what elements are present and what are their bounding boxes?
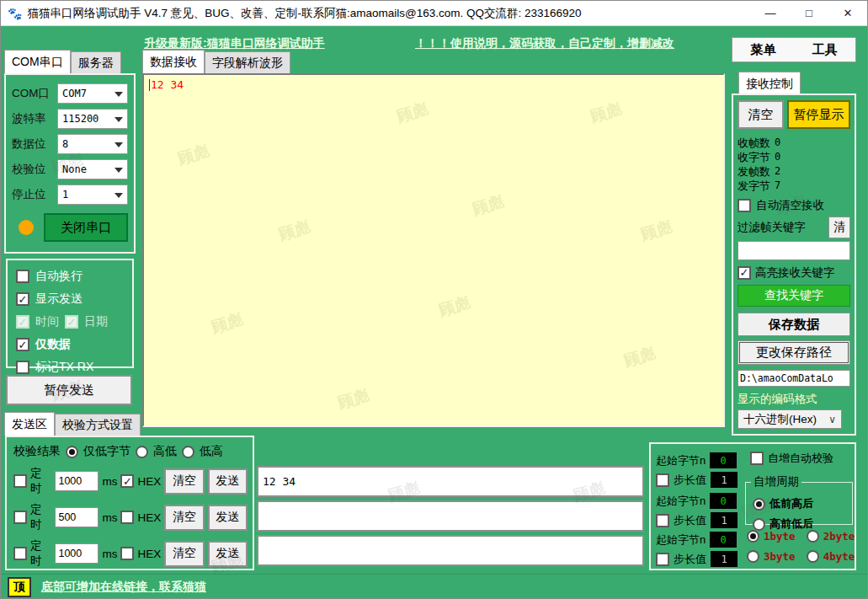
- time-checkbox[interactable]: [16, 315, 29, 329]
- timer2-checkbox[interactable]: [13, 511, 27, 524]
- step-value-2: 1: [711, 512, 738, 528]
- save-data-button[interactable]: 保存数据: [738, 313, 850, 336]
- find-keyword-button[interactable]: 查找关键字: [738, 285, 850, 307]
- parity-label: 校验位: [12, 162, 57, 177]
- pause-display-button[interactable]: 暂停显示: [787, 100, 850, 129]
- pause-send-button[interactable]: 暂停发送: [6, 375, 132, 405]
- send3-button[interactable]: 发送: [208, 541, 248, 567]
- help-link[interactable]: ！！！使用说明，源码获取，自己定制，增删减改: [415, 36, 674, 51]
- show-send-checkbox[interactable]: [16, 292, 29, 306]
- highlight-keyword-checkbox[interactable]: [738, 266, 751, 280]
- hex3-checkbox[interactable]: [120, 547, 134, 560]
- clear-receive-button[interactable]: 清空: [738, 100, 784, 129]
- tab-server[interactable]: 服务器: [71, 51, 121, 73]
- start-byte-value-2: 0: [710, 493, 737, 509]
- start-byte-row-2: 起始字节n 0: [656, 493, 737, 509]
- main-area: 升级最新版:猫猫串口网络调试助手 ！！！使用说明，源码获取，自己定制，增删减改 …: [1, 26, 867, 599]
- checksum-result-row: 校验结果 仅低字节 高低 低高: [13, 444, 248, 459]
- mark-txrx-checkbox[interactable]: [16, 361, 29, 374]
- byte4-radio[interactable]: [807, 550, 819, 563]
- close-icon[interactable]: ✕: [828, 1, 867, 25]
- receive-control-panel: 清空 暂停显示 收帧数0 收字节0 发帧数2 发字节7 自动清空接收 过滤帧关键…: [732, 94, 856, 436]
- send-data-input-2[interactable]: [257, 500, 644, 532]
- order-low-first-row: 低前高后: [753, 496, 859, 511]
- tab-send-area[interactable]: 发送区: [4, 412, 55, 436]
- chevron-down-icon: ∨: [828, 414, 836, 425]
- high-first-radio[interactable]: [753, 518, 765, 531]
- tab-field-parse-wave[interactable]: 字段解析波形: [205, 51, 290, 73]
- footer-link[interactable]: 底部可增加在线链接，联系猫猫: [41, 580, 206, 595]
- serial-config-panel: COM口 COM7 波特率 115200 数据位 8: [4, 73, 136, 254]
- app-window: 🐾 猫猫串口网络调试助手 V4.7 意见、BUG、改善、定制-联系阿猫:amao…: [0, 0, 868, 599]
- app-icon: 🐾: [8, 7, 22, 20]
- checksum-lowbyte-radio[interactable]: [66, 446, 78, 458]
- clear1-button[interactable]: 清空: [164, 468, 204, 495]
- scroll-top-button[interactable]: 顶: [8, 577, 31, 597]
- baud-rate-label: 波特率: [12, 111, 57, 126]
- title-bar: 🐾 猫猫串口网络调试助手 V4.7 意见、BUG、改善、定制-联系阿猫:amao…: [1, 1, 867, 26]
- filter-keyword-input[interactable]: [738, 241, 850, 260]
- send-data-input-1[interactable]: [257, 466, 644, 497]
- data-bits-select[interactable]: 8: [57, 134, 128, 154]
- step-row-3: 步长值 1: [656, 551, 738, 567]
- auto-clear-checkbox[interactable]: [738, 199, 751, 212]
- stop-bits-select[interactable]: 1: [57, 185, 128, 205]
- date-checkbox[interactable]: [65, 315, 78, 329]
- receive-data-area[interactable]: 12 34: [142, 73, 725, 427]
- tab-com-serial[interactable]: COM串口: [4, 50, 71, 73]
- filter-keyword-label: 过滤帧关键字: [738, 220, 806, 235]
- filter-keyword-row: 过滤帧关键字 清: [738, 217, 850, 238]
- send-row-1: 定时 ms HEX 清空 发送: [13, 466, 248, 496]
- baud-rate-select[interactable]: 115200: [57, 109, 128, 129]
- close-port-button[interactable]: 关闭串口: [44, 213, 128, 242]
- send-data-input-3[interactable]: [257, 535, 644, 566]
- tab-receive-control[interactable]: 接收控制: [738, 72, 801, 95]
- stop-bits-row: 停止位 1: [12, 185, 128, 205]
- highlight-keyword-row: 高亮接收关键字: [738, 265, 850, 281]
- byte2-radio[interactable]: [807, 530, 819, 543]
- send2-button[interactable]: 发送: [208, 505, 248, 531]
- window-controls: — □ ✕: [751, 1, 867, 25]
- step3-checkbox[interactable]: [656, 553, 669, 566]
- parity-select[interactable]: None: [57, 159, 128, 179]
- timer1-interval-input[interactable]: [55, 471, 99, 491]
- timer3-checkbox[interactable]: [13, 547, 27, 560]
- send1-button[interactable]: 发送: [208, 468, 248, 495]
- tab-checksum-settings[interactable]: 校验方式设置: [55, 414, 141, 436]
- auto-check-checkbox[interactable]: [750, 452, 764, 465]
- start-byte-row-1: 起始字节n 0: [656, 452, 737, 468]
- step2-checkbox[interactable]: [656, 514, 669, 527]
- tab-data-receive[interactable]: 数据接收: [142, 50, 205, 73]
- low-first-radio[interactable]: [753, 498, 765, 511]
- clear3-button[interactable]: 清空: [164, 541, 204, 567]
- send-panel: 校验结果 仅低字节 高低 低高 定时 ms HEX 清空 发送 定时: [5, 436, 254, 570]
- menu-item-tools[interactable]: 工具: [812, 42, 838, 58]
- menu-item-menu[interactable]: 菜单: [751, 42, 776, 58]
- mark-txrx-row: 标记TX RX: [16, 360, 132, 375]
- hex1-checkbox[interactable]: [120, 474, 134, 488]
- byte1-radio[interactable]: [747, 530, 759, 543]
- minimize-icon[interactable]: —: [751, 1, 790, 25]
- checksum-highlow-radio[interactable]: [136, 446, 148, 458]
- hex2-checkbox[interactable]: [120, 511, 134, 524]
- increment-cycle-label: 自增周期: [751, 474, 801, 489]
- step1-checkbox[interactable]: [656, 473, 669, 487]
- maximize-icon[interactable]: □: [790, 1, 828, 25]
- byte3-radio[interactable]: [747, 550, 759, 563]
- dropdown-arrow-icon: [114, 168, 123, 173]
- timer3-interval-input[interactable]: [55, 543, 99, 564]
- filter-clear-button[interactable]: 清: [828, 217, 850, 238]
- encoding-format-select[interactable]: 十六进制(Hex) ∨: [738, 409, 842, 429]
- timer2-interval-input[interactable]: [55, 507, 99, 527]
- step-row-1: 步长值 1: [656, 472, 738, 488]
- com-port-label: COM口: [12, 86, 57, 101]
- autowrap-checkbox[interactable]: [16, 270, 29, 283]
- timer1-checkbox[interactable]: [13, 474, 27, 488]
- data-only-checkbox[interactable]: [16, 338, 29, 351]
- clear2-button[interactable]: 清空: [164, 505, 204, 531]
- change-save-path-button[interactable]: 更改保存路径: [738, 340, 850, 364]
- checksum-lowhigh-radio[interactable]: [182, 446, 194, 458]
- com-port-select[interactable]: COM7: [57, 83, 128, 104]
- step-value-3: 1: [711, 551, 738, 567]
- menu-bar: 菜单 工具: [732, 37, 856, 62]
